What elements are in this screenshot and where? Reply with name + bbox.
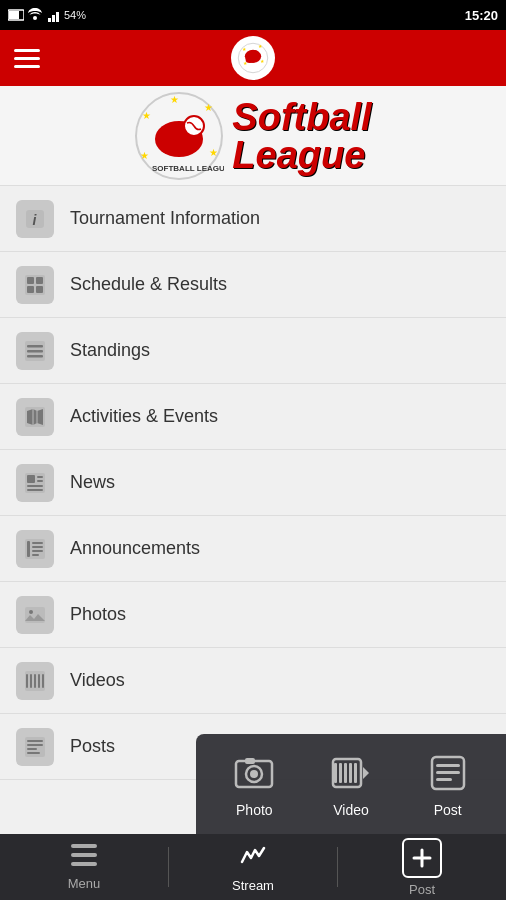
media-popup: Photo Video Post <box>196 734 506 834</box>
svg-rect-27 <box>27 286 34 293</box>
map-icon <box>16 398 54 436</box>
svg-rect-66 <box>334 763 337 783</box>
photos-label: Photos <box>70 604 126 625</box>
svg-rect-38 <box>37 476 43 478</box>
menu-item-announcements[interactable]: Announcements <box>0 516 506 582</box>
nav-stream[interactable]: Stream <box>169 834 337 900</box>
svg-rect-53 <box>34 674 36 688</box>
svg-rect-69 <box>349 763 352 783</box>
svg-rect-74 <box>436 771 460 774</box>
svg-rect-76 <box>71 844 97 848</box>
svg-text:★: ★ <box>170 94 179 105</box>
menu-item-news[interactable]: News <box>0 450 506 516</box>
svg-rect-26 <box>36 277 43 284</box>
svg-text:★: ★ <box>140 150 149 161</box>
svg-rect-46 <box>32 550 43 552</box>
svg-point-49 <box>29 610 33 614</box>
tournament-label: Tournament Information <box>70 208 260 229</box>
svg-rect-30 <box>27 345 43 348</box>
svg-rect-44 <box>32 542 43 544</box>
videos-icon <box>16 662 54 700</box>
svg-rect-43 <box>27 541 30 557</box>
svg-rect-32 <box>27 355 43 358</box>
svg-rect-40 <box>27 485 43 487</box>
svg-rect-75 <box>436 778 452 781</box>
posts-icon <box>16 728 54 766</box>
svg-rect-68 <box>344 763 347 783</box>
popup-video-icon <box>328 750 374 796</box>
announcements-label: Announcements <box>70 538 200 559</box>
nav-post-icon <box>402 838 442 878</box>
svg-rect-57 <box>27 740 43 742</box>
svg-point-64 <box>250 770 258 778</box>
logo-banner: ★ ★ ★ ★ ★ SOFTBALL LEAGUE Softball Leagu… <box>0 86 506 186</box>
schedule-icon <box>16 266 54 304</box>
svg-text:★: ★ <box>209 147 218 158</box>
svg-rect-25 <box>27 277 34 284</box>
popup-post-icon <box>425 750 471 796</box>
status-time: 15:20 <box>465 8 498 23</box>
svg-rect-67 <box>339 763 342 783</box>
svg-rect-47 <box>32 554 39 556</box>
standings-icon <box>16 332 54 370</box>
svg-rect-77 <box>71 853 97 857</box>
posts-label: Posts <box>70 736 115 757</box>
nav-menu-label: Menu <box>68 876 101 891</box>
nav-post[interactable]: Post <box>338 834 506 900</box>
svg-rect-70 <box>354 763 357 783</box>
svg-marker-71 <box>363 767 369 779</box>
svg-rect-54 <box>38 674 40 688</box>
svg-rect-45 <box>32 546 43 548</box>
nav-menu[interactable]: Menu <box>0 834 168 900</box>
svg-rect-1 <box>9 11 19 19</box>
menu-item-videos[interactable]: Videos <box>0 648 506 714</box>
logo-league-text: League <box>232 136 365 174</box>
nav-stream-label: Stream <box>232 878 274 893</box>
svg-rect-37 <box>27 475 35 483</box>
svg-rect-28 <box>36 286 43 293</box>
menu-list: i Tournament Information Schedule & Resu… <box>0 186 506 780</box>
popup-video-button[interactable]: Video <box>308 744 394 824</box>
nav-menu-icon <box>71 844 97 872</box>
svg-rect-55 <box>42 674 44 688</box>
videos-label: Videos <box>70 670 125 691</box>
hamburger-button[interactable] <box>14 49 40 68</box>
news-label: News <box>70 472 115 493</box>
svg-point-3 <box>33 16 37 20</box>
menu-item-photos[interactable]: Photos <box>0 582 506 648</box>
popup-post-button[interactable]: Post <box>405 744 491 824</box>
schedule-label: Schedule & Results <box>70 274 227 295</box>
status-bar: 54% 15:20 <box>0 0 506 30</box>
svg-text:★: ★ <box>204 102 213 113</box>
popup-photo-icon <box>231 750 277 796</box>
nav-post-label: Post <box>409 882 435 897</box>
svg-rect-31 <box>27 350 43 353</box>
nav-stream-icon <box>240 842 266 874</box>
logo-circle-image: ★ ★ ★ ★ ★ SOFTBALL LEAGUE <box>134 91 224 181</box>
menu-item-activities[interactable]: Activities & Events <box>0 384 506 450</box>
popup-photo-button[interactable]: Photo <box>211 744 297 824</box>
svg-rect-41 <box>27 489 43 491</box>
logo-text-area: Softball League <box>232 98 371 174</box>
svg-text:SOFTBALL LEAGUE: SOFTBALL LEAGUE <box>152 164 224 173</box>
toolbar-logo: ★ ★ ★ ★ <box>231 36 275 80</box>
announcements-icon <box>16 530 54 568</box>
svg-rect-39 <box>37 480 43 482</box>
svg-rect-60 <box>27 752 40 754</box>
svg-point-18 <box>159 138 179 154</box>
svg-rect-51 <box>26 674 28 688</box>
standings-label: Standings <box>70 340 150 361</box>
popup-post-label: Post <box>434 802 462 818</box>
svg-rect-78 <box>71 862 97 866</box>
menu-item-standings[interactable]: Standings <box>0 318 506 384</box>
battery-percent: 54% <box>64 9 86 21</box>
svg-rect-59 <box>27 748 37 750</box>
status-icons-left: 54% <box>8 8 86 22</box>
toolbar: ★ ★ ★ ★ <box>0 30 506 86</box>
svg-rect-52 <box>30 674 32 688</box>
svg-rect-73 <box>436 764 460 767</box>
menu-item-schedule[interactable]: Schedule & Results <box>0 252 506 318</box>
menu-item-tournament[interactable]: i Tournament Information <box>0 186 506 252</box>
svg-rect-58 <box>27 744 43 746</box>
popup-photo-label: Photo <box>236 802 273 818</box>
